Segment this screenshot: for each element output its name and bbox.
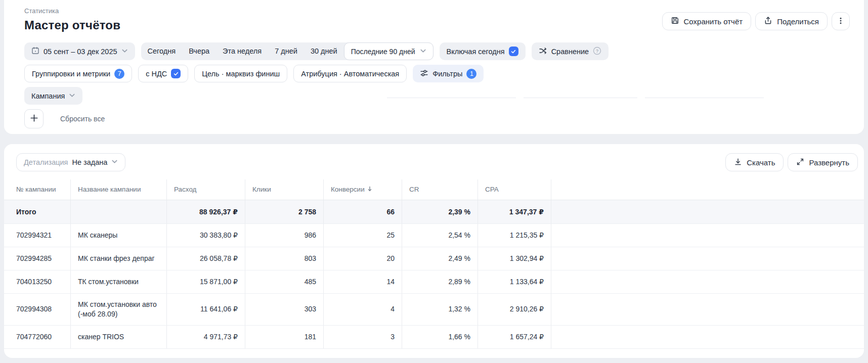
save-report-button[interactable]: Сохранить отчёт (662, 12, 752, 30)
svg-text:?: ? (596, 48, 598, 53)
checkbox-checked-icon[interactable] (171, 69, 181, 78)
quick-range-option[interactable]: Вчера (182, 42, 216, 60)
campaign-id-cell: 704772060 (4, 326, 71, 348)
chevron-down-icon (121, 48, 128, 56)
column-header-cost[interactable]: Расход (167, 179, 245, 200)
quick-range-option[interactable]: 7 дней (268, 42, 304, 60)
column-header-clicks[interactable]: Клики (245, 179, 324, 200)
conversions-cell: 25 (324, 224, 402, 247)
detalization-value: Не задана (72, 158, 107, 166)
total-cost-cell: 88 926,37 ₽ (167, 200, 245, 223)
goal-label: Цель · марквиз финиш (202, 70, 280, 78)
share-label: Поделиться (777, 17, 819, 26)
chevron-down-icon (111, 158, 118, 166)
cost-cell: 26 058,78 ₽ (167, 247, 245, 270)
cpa-cell: 2 910,26 ₽ (478, 294, 551, 325)
clicks-cell: 986 (245, 224, 324, 247)
row-filler-cell (551, 270, 864, 293)
quick-range-options: СегодняВчераЭта неделя7 дней30 дней (141, 42, 344, 60)
filters-button[interactable]: Фильтры 1 (413, 65, 484, 82)
filter-row-campaign: Кампания (24, 87, 846, 105)
campaign-filter-dropdown[interactable]: Кампания (24, 87, 82, 105)
goal-selector[interactable]: Цель · марквиз финиш (194, 65, 287, 82)
column-header-campaign-name[interactable]: Название кампании (71, 179, 167, 200)
reset-all-link[interactable]: Сбросить все (60, 115, 105, 123)
date-range-picker[interactable]: 05 сент – 03 дек 2025 (24, 42, 135, 60)
table-row[interactable]: 702994285 МК станки фрез депраг 26 058,7… (4, 247, 864, 270)
filter-row-actions: Сбросить все (24, 109, 846, 128)
table-row[interactable]: 702994321 МК сканеры 30 383,80 ₽ 986 25 … (4, 224, 864, 247)
cr-cell: 2,54 % (402, 224, 478, 247)
attribution-selector[interactable]: Атрибуция · Автоматическая (293, 65, 407, 82)
vat-toggle[interactable]: с НДС (138, 65, 188, 82)
sort-desc-icon (367, 185, 372, 194)
quick-range-selected-label: Последние 90 дней (351, 48, 415, 56)
clicks-cell: 485 (245, 270, 324, 293)
expand-button[interactable]: Развернуть (788, 153, 858, 171)
plus-icon (30, 114, 38, 124)
cpa-cell: 1 215,35 ₽ (478, 224, 551, 247)
total-conversions-cell: 66 (324, 200, 402, 223)
filters-area: 05 сент – 03 дек 2025 СегодняВчераЭта не… (24, 42, 846, 128)
campaign-name-cell: МК станки фрез депраг (71, 247, 167, 270)
more-actions-button[interactable] (832, 12, 850, 30)
floppy-disk-icon (671, 16, 679, 26)
column-header-conversions[interactable]: Конверсии (324, 179, 402, 200)
share-button[interactable]: Поделиться (755, 12, 828, 30)
campaign-id-cell: 702994285 (4, 247, 71, 270)
chevron-down-icon (69, 92, 75, 100)
download-button[interactable]: Скачать (725, 153, 784, 171)
campaign-name-cell: ТК стом.установки (71, 270, 167, 293)
cost-cell: 15 871,00 ₽ (167, 270, 245, 293)
table-row[interactable]: 704013250 ТК стом.установки 15 871,00 ₽ … (4, 270, 864, 294)
table-row[interactable]: 704772060 сканер TRIOS 4 971,73 ₽ 181 3 … (4, 326, 864, 349)
row-filler-cell (551, 247, 864, 270)
conversions-cell: 4 (324, 294, 402, 325)
shuffle-compare-icon (539, 47, 547, 57)
detalization-label: Детализация (24, 158, 68, 166)
table-row[interactable]: 702994308 МК стом.установки авто (-моб 2… (4, 294, 864, 326)
campaign-name-cell: МК сканеры (71, 224, 167, 247)
campaign-name-cell: МК стом.установки авто (-моб 28.09) (71, 294, 167, 325)
date-range-value: 05 сент – 03 дек 2025 (44, 48, 117, 56)
comparison-button[interactable]: Сравнение ? (532, 42, 609, 60)
quick-range-selected[interactable]: Последние 90 дней (344, 42, 433, 60)
campaign-id-cell: 702994321 (4, 224, 71, 247)
conversions-cell: 3 (324, 326, 402, 348)
column-header-cpa[interactable]: CPA (478, 179, 551, 200)
table-toolbar: Детализация Не задана Скачать Развернуть (4, 153, 864, 171)
detalization-dropdown[interactable]: Детализация Не задана (16, 153, 125, 171)
quick-range-option[interactable]: Эта неделя (216, 42, 268, 60)
quick-range-option[interactable]: 30 дней (304, 42, 344, 60)
quick-range-option[interactable]: Сегодня (141, 42, 183, 60)
kebab-menu-icon (837, 17, 845, 26)
calendar-icon (31, 47, 39, 56)
download-icon (734, 158, 742, 167)
divider (524, 98, 637, 98)
report-settings-panel: Статистика Мастер отчётов Сохранить отчё… (4, 0, 864, 134)
groupings-metrics-button[interactable]: Группировки и метрики 7 (24, 65, 132, 82)
total-clicks-cell: 2 758 (245, 200, 324, 223)
checkbox-checked-icon[interactable] (509, 47, 518, 56)
header-actions: Сохранить отчёт Поделиться (662, 12, 850, 30)
groupings-metrics-label: Группировки и метрики (32, 70, 110, 78)
column-header-cr[interactable]: CR (402, 179, 478, 200)
groupings-count-badge: 7 (114, 69, 124, 79)
row-filler-cell (551, 294, 864, 325)
expand-arrows-icon (796, 158, 804, 167)
campaign-filter-label: Кампания (31, 92, 65, 100)
include-today-toggle[interactable]: Включая сегодня (440, 42, 526, 60)
clicks-cell: 303 (245, 294, 324, 325)
cr-cell: 1,32 % (402, 294, 478, 325)
chevron-down-icon (420, 48, 426, 56)
column-header-conversions-label: Конверсии (331, 185, 365, 194)
cr-cell: 1,66 % (402, 326, 478, 348)
total-name-cell (71, 200, 167, 223)
add-filter-button[interactable] (24, 109, 44, 128)
quick-range-group: СегодняВчераЭта неделя7 дней30 дней Посл… (141, 42, 433, 60)
conversions-cell: 14 (324, 270, 402, 293)
column-header-campaign-id[interactable]: № кампании (4, 179, 71, 200)
comparison-label: Сравнение (551, 48, 589, 56)
row-filler-cell (551, 224, 864, 247)
question-circle-icon[interactable]: ? (593, 47, 601, 57)
